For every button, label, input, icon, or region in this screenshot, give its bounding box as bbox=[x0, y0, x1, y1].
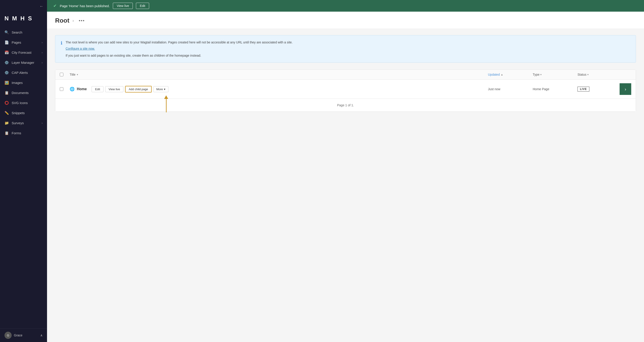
sidebar-item-label: City Forecast bbox=[12, 50, 31, 54]
notification-message: Page 'Home' has been published. bbox=[60, 4, 110, 8]
layer-manager-icon: ⚙️ bbox=[4, 60, 9, 65]
sort-type-icon: ▾ bbox=[540, 73, 542, 76]
sidebar-item-images[interactable]: 🖼️ Images bbox=[0, 78, 47, 88]
row-status-cell: LIVE bbox=[578, 87, 613, 91]
row-updated-cell: Just now bbox=[488, 87, 533, 91]
sidebar-item-snippets[interactable]: ✏️ Snippets bbox=[0, 108, 47, 118]
pages-table: Title ▾ Updated ▲ Type ▾ Status ▾ bbox=[55, 69, 636, 112]
sidebar-item-label: CAP Alerts bbox=[12, 71, 28, 74]
column-title[interactable]: Title ▾ bbox=[70, 73, 488, 76]
main-area: ✔ Page 'Home' has been published. View l… bbox=[47, 0, 644, 342]
snippets-icon: ✏️ bbox=[4, 111, 9, 115]
sidebar-item-layer-manager[interactable]: ⚙️ Layer Manager › bbox=[0, 57, 47, 68]
sidebar-item-surveys[interactable]: 📁 Surveys › bbox=[0, 118, 47, 128]
globe-icon: 🌐 bbox=[70, 87, 74, 91]
row-title-text: Home bbox=[77, 87, 87, 91]
sort-status-icon: ▾ bbox=[587, 73, 589, 76]
documents-icon: 📋 bbox=[4, 91, 9, 95]
sidebar-item-search[interactable]: 🔍 Search bbox=[0, 27, 47, 37]
notification-bar: ✔ Page 'Home' has been published. View l… bbox=[47, 0, 644, 12]
chevron-down-icon: ▾ bbox=[164, 87, 166, 91]
sidebar-item-label: Snippets bbox=[12, 111, 25, 115]
row-title-cell: 🌐 Home Edit View live Add child page Mor… bbox=[70, 86, 488, 92]
configure-site-link[interactable]: Configure a site now. bbox=[66, 47, 95, 50]
surveys-icon: 📁 bbox=[4, 121, 9, 125]
info-box: ℹ The root level is where you can add ne… bbox=[55, 35, 636, 63]
view-live-row-button[interactable]: View live bbox=[105, 86, 124, 92]
chevron-right-icon: › bbox=[42, 61, 42, 64]
sidebar-item-city-forecast[interactable]: 📅 City Forecast › bbox=[0, 47, 47, 57]
info-icon: ℹ bbox=[61, 40, 62, 58]
content-body: ℹ The root level is where you can add ne… bbox=[47, 29, 644, 118]
avatar: G bbox=[4, 332, 12, 339]
sidebar-item-label: Documents bbox=[12, 91, 29, 95]
sidebar-item-label: Layer Manager bbox=[12, 61, 34, 64]
view-live-button-notif[interactable]: View live bbox=[113, 3, 133, 9]
sidebar-item-label: Images bbox=[12, 81, 22, 85]
sidebar-item-pages[interactable]: 📄 Pages › bbox=[0, 37, 47, 47]
chevron-up-icon: ∧ bbox=[40, 334, 42, 337]
row-nav-cell: › bbox=[613, 83, 631, 95]
chevron-right-icon: › bbox=[42, 41, 42, 44]
cap-alerts-icon: ⚙️ bbox=[4, 70, 9, 75]
info-text-line1: The root level is where you can add new … bbox=[66, 40, 293, 45]
info-text-line2: If you just want to add pages to an exis… bbox=[66, 53, 293, 58]
edit-button-notif[interactable]: Edit bbox=[136, 3, 149, 9]
sidebar-item-label: Surveys bbox=[12, 121, 24, 125]
breadcrumb-arrow-icon: › bbox=[72, 18, 74, 23]
pages-icon: 📄 bbox=[4, 40, 9, 44]
content-area: Root › ••• ℹ The root level is where you… bbox=[47, 12, 644, 342]
navigate-into-button[interactable]: › bbox=[620, 83, 631, 95]
sort-updated-icon: ▲ bbox=[501, 73, 503, 76]
images-icon: 🖼️ bbox=[4, 81, 9, 85]
edit-row-button[interactable]: Edit bbox=[92, 86, 103, 92]
sidebar-item-label: SVG Icons bbox=[12, 101, 28, 105]
sidebar-item-documents[interactable]: 📋 Documents bbox=[0, 88, 47, 98]
select-all-checkbox[interactable] bbox=[60, 73, 63, 76]
row-checkbox[interactable] bbox=[60, 87, 63, 91]
sidebar-toggle[interactable]: ← bbox=[0, 0, 47, 13]
user-menu[interactable]: G Grace ∧ bbox=[0, 328, 47, 342]
sidebar-item-label: Forms bbox=[12, 131, 21, 135]
table-row: 🌐 Home Edit View live Add child page Mor… bbox=[55, 80, 636, 99]
username-label: Grace bbox=[14, 334, 22, 337]
row-type-cell: Home Page bbox=[533, 87, 578, 91]
status-badge: LIVE bbox=[578, 87, 589, 91]
header-more-button[interactable]: ••• bbox=[77, 17, 87, 24]
sidebar-item-label: Search bbox=[12, 30, 22, 34]
add-child-page-button[interactable]: Add child page bbox=[125, 86, 152, 92]
city-forecast-icon: 📅 bbox=[4, 50, 9, 55]
sidebar-item-svg-icons[interactable]: ⭕ SVG Icons bbox=[0, 98, 47, 108]
sidebar-logo: N M H S bbox=[0, 13, 47, 27]
column-status[interactable]: Status ▾ bbox=[578, 73, 613, 76]
column-updated[interactable]: Updated ▲ bbox=[488, 73, 533, 76]
pagination-text: Page 1 of 1. bbox=[337, 103, 354, 107]
check-circle-icon: ✔ bbox=[53, 3, 57, 8]
row-actions: Edit View live Add child page More ▾ bbox=[92, 86, 168, 92]
search-icon: 🔍 bbox=[4, 30, 9, 34]
info-text: The root level is where you can add new … bbox=[66, 40, 293, 58]
pagination-bar: Page 1 of 1. bbox=[55, 99, 636, 111]
column-type[interactable]: Type ▾ bbox=[533, 73, 578, 76]
sidebar-item-label: Pages bbox=[12, 40, 21, 44]
chevron-right-icon: › bbox=[42, 51, 42, 54]
sort-title-icon: ▾ bbox=[77, 73, 78, 76]
chevron-right-icon: › bbox=[42, 121, 42, 125]
sidebar-item-cap-alerts[interactable]: ⚙️ CAP Alerts bbox=[0, 68, 47, 78]
forms-icon: 📋 bbox=[4, 131, 9, 135]
page-header: Root › ••• bbox=[47, 12, 644, 29]
sidebar: ← N M H S 🔍 Search 📄 Pages › 📅 City Fore… bbox=[0, 0, 47, 342]
page-title: Root bbox=[55, 17, 70, 24]
table-header-row: Title ▾ Updated ▲ Type ▾ Status ▾ bbox=[55, 70, 636, 80]
arrow-head-icon bbox=[164, 95, 168, 99]
sidebar-item-forms[interactable]: 📋 Forms bbox=[0, 128, 47, 138]
more-row-button[interactable]: More ▾ bbox=[154, 86, 168, 92]
svg-icons-icon: ⭕ bbox=[4, 101, 9, 105]
